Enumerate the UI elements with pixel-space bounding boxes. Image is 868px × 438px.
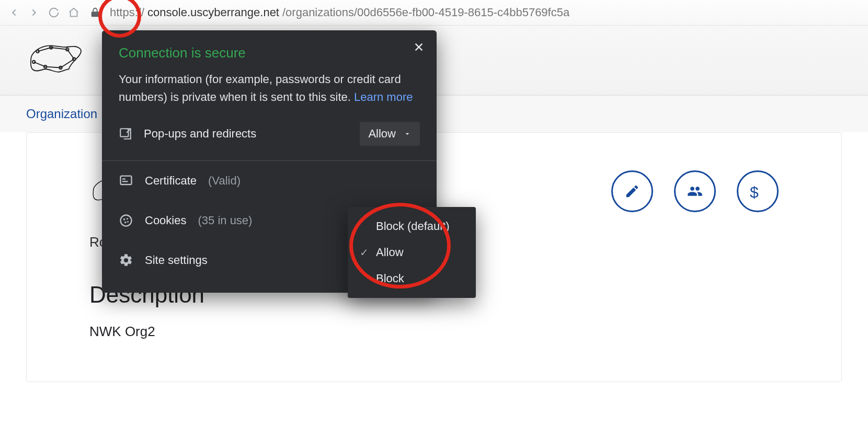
cookies-label: Cookies — [145, 214, 186, 227]
org-actions: $ — [611, 170, 779, 212]
certificate-row[interactable]: Certificate (Valid) — [102, 161, 437, 201]
arrow-left-icon — [8, 7, 20, 18]
submenu-item-allow[interactable]: ✓ Allow — [348, 239, 476, 266]
dollar-icon: $ — [750, 183, 766, 199]
breadcrumb-organization[interactable]: Organization — [26, 107, 97, 121]
popup-icon — [119, 127, 132, 141]
svg-point-13 — [127, 218, 128, 220]
browser-toolbar: https://console.uscyberrange.net/organiz… — [0, 0, 868, 26]
svg-rect-9 — [122, 179, 125, 180]
permission-select[interactable]: Allow — [360, 122, 420, 146]
submenu-label: Allow — [376, 246, 404, 259]
logo-icon — [26, 38, 84, 80]
users-button[interactable] — [674, 170, 716, 212]
submenu-item-block[interactable]: Block — [348, 266, 476, 292]
url-path: /organizations/00d6556e-fb00-4519-8615-c… — [282, 6, 569, 19]
close-icon — [413, 41, 425, 53]
site-info-button[interactable] — [85, 2, 106, 23]
gear-icon — [119, 253, 133, 268]
certificate-icon — [119, 174, 133, 188]
app-logo — [26, 38, 84, 82]
home-icon — [68, 7, 79, 18]
users-icon — [687, 183, 703, 199]
svg-point-12 — [123, 218, 125, 221]
svg-point-11 — [121, 215, 132, 226]
certificate-status: (Valid) — [208, 174, 241, 188]
popover-body: Your information (for example, passwords… — [119, 71, 420, 106]
reload-button[interactable] — [44, 3, 64, 22]
reload-icon — [48, 7, 60, 18]
certificate-label: Certificate — [145, 174, 197, 188]
check-icon: ✓ — [358, 246, 370, 259]
svg-rect-10 — [122, 181, 128, 182]
home-button[interactable] — [64, 3, 84, 22]
cookies-status: (35 in use) — [198, 214, 252, 227]
arrow-right-icon — [28, 7, 40, 18]
popover-close-button[interactable] — [412, 40, 426, 54]
chevron-down-icon — [403, 130, 412, 138]
edit-button[interactable] — [611, 170, 653, 212]
submenu-label: Block (default) — [376, 220, 450, 233]
forward-button[interactable] — [24, 3, 44, 22]
submenu-item-block-default[interactable]: Block (default) — [348, 213, 476, 239]
cookie-icon — [119, 213, 133, 228]
billing-button[interactable]: $ — [737, 170, 779, 212]
popover-title: Connection is secure — [119, 45, 420, 61]
site-settings-label: Site settings — [145, 253, 208, 267]
url-host: console.uscyberrange.net — [147, 6, 279, 19]
lock-icon — [89, 7, 101, 18]
description-value: NWK Org2 — [89, 324, 779, 340]
svg-point-14 — [124, 222, 127, 224]
back-button[interactable] — [4, 3, 24, 22]
url-scheme: https:// — [110, 6, 144, 19]
pencil-icon — [624, 183, 640, 199]
permission-row: Pop-ups and redirects Allow — [102, 106, 437, 160]
permission-selected: Allow — [368, 127, 396, 141]
submenu-label: Block — [376, 272, 404, 285]
address-bar[interactable]: https://console.uscyberrange.net/organiz… — [110, 6, 864, 19]
svg-point-15 — [127, 221, 129, 223]
permission-label: Pop-ups and redirects — [144, 127, 348, 141]
learn-more-link[interactable]: Learn more — [354, 90, 413, 103]
svg-rect-8 — [121, 176, 132, 185]
permission-submenu: Block (default) ✓ Allow Block — [348, 207, 476, 298]
